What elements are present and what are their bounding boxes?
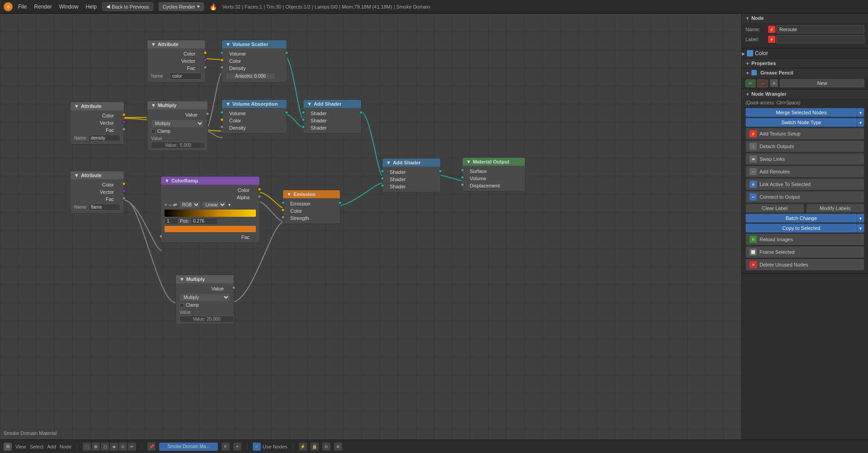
- color-row[interactable]: Color: [742, 48, 868, 58]
- batch-change-dropdown-btn[interactable]: ▾: [857, 214, 864, 223]
- material-select[interactable]: Smoke Domain Ma...: [159, 443, 218, 451]
- add-datablock-icon[interactable]: +: [233, 443, 241, 451]
- node-section-header[interactable]: Node: [742, 14, 868, 23]
- name-icon: ⚡: [768, 26, 775, 33]
- node-colorramp: ▼ ColorRamp Color Alpha + – ⇄ RGB Linear: [160, 176, 260, 243]
- use-nodes-checkbox[interactable]: ✓: [253, 443, 261, 451]
- frame-selected-btn[interactable]: ⬜ Frame Selected: [745, 246, 864, 258]
- batch-change-btn[interactable]: Batch Change: [745, 214, 857, 223]
- view-icon-4[interactable]: ◈: [110, 443, 118, 451]
- node-wrangler-header[interactable]: Node Wrangler: [742, 89, 868, 98]
- multiply-bottom-clamp-checkbox[interactable]: [179, 303, 184, 308]
- node-emission: ▼ Emission Emission Color Strength: [283, 190, 340, 224]
- merge-nodes-dropdown-btn[interactable]: ▾: [857, 108, 864, 117]
- attribute-flame-name-input[interactable]: [89, 204, 120, 210]
- snap-type-icon[interactable]: ⊙: [322, 443, 330, 451]
- switch-node-type-btn[interactable]: Switch Node Type: [745, 118, 857, 127]
- grease-pencil-header[interactable]: Grease Pencil: [742, 68, 868, 77]
- menu-help[interactable]: Help: [85, 4, 97, 10]
- render-engine-select[interactable]: Cycles Render ▾: [159, 2, 204, 11]
- view-icon-6[interactable]: ✏: [128, 443, 136, 451]
- node-wrangler-section: Node Wrangler (Quick access: Ctrl+Space)…: [742, 89, 868, 274]
- multiply-bottom-value-input[interactable]: [179, 316, 234, 322]
- node-editor-canvas[interactable]: ▼ Attribute Color Vector Fac Name: [0, 14, 741, 439]
- grease-pencil-new-btn[interactable]: New: [780, 79, 864, 87]
- proportional-icon[interactable]: ⊚: [334, 443, 342, 451]
- switch-node-type-row: Switch Node Type ▾: [745, 118, 864, 127]
- delete-unused-icon: ✕: [750, 261, 757, 268]
- anisotropy-input[interactable]: [226, 73, 275, 79]
- multiply-top-operation-select[interactable]: Multiply: [151, 119, 204, 128]
- properties-title: Properties: [751, 61, 776, 66]
- select-menu[interactable]: Select: [30, 444, 44, 449]
- node-multiply-bottom-body: Value Multiply Clamp Value: [176, 283, 234, 324]
- multiply-bottom-operation-select[interactable]: Multiply: [179, 293, 230, 302]
- attribute-color-name-input[interactable]: [170, 73, 202, 79]
- node-attribute-flame: ▼ Attribute Color Vector Fac Name: [70, 171, 124, 214]
- node-attribute-density: ▼ Attribute Color Vector Fac Name: [70, 102, 124, 145]
- node-menu[interactable]: Node: [60, 444, 71, 449]
- copy-to-selected-dropdown-btn[interactable]: ▾: [857, 224, 864, 233]
- copy-to-selected-btn[interactable]: Copy to Selected: [745, 224, 857, 233]
- colorramp-pos-input[interactable]: [191, 218, 218, 224]
- node-colorramp-header: ▼ ColorRamp: [161, 177, 259, 185]
- view-icon-3[interactable]: ◻: [101, 443, 109, 451]
- link-active-to-selected-btn[interactable]: ⚡ Link Active To Selected: [745, 178, 864, 190]
- grease-pencil-eraser-btn[interactable]: ↔: [757, 79, 768, 87]
- back-to-previous-button[interactable]: ◀ Back to Previous: [102, 2, 153, 11]
- node-group-icon[interactable]: ⚡: [299, 443, 307, 451]
- merge-selected-nodes-btn[interactable]: Merge Selected Nodes: [745, 108, 857, 117]
- color-checkbox[interactable]: [747, 50, 753, 56]
- bottombar: ⚙ View Select Add Node ⬚ ⊞ ◻ ◈ ⊙ ✏ 📌 Smo…: [0, 439, 868, 453]
- color-label: Color: [755, 50, 768, 56]
- add-reroutes-btn[interactable]: ↔ Add Reroutes: [745, 166, 864, 177]
- name-input-wrapper: ⚡: [768, 25, 864, 33]
- node-label-input[interactable]: [776, 35, 864, 43]
- node-volume-scatter: ▼ Volume Scatter Volume Color Density: [222, 40, 287, 83]
- node-add-shader-bottom-body: Shader Shader Shader: [382, 167, 440, 192]
- colorramp-stop-index[interactable]: [165, 218, 178, 224]
- menu-file[interactable]: File: [18, 4, 27, 10]
- menu-render[interactable]: Render: [34, 4, 52, 10]
- attribute-density-name-input[interactable]: [89, 135, 120, 141]
- view-icon-2[interactable]: ⊞: [92, 443, 100, 451]
- node-attribute-color: ▼ Attribute Color Vector Fac Name: [147, 40, 206, 83]
- menu-window[interactable]: Window: [59, 4, 79, 10]
- switch-node-type-dropdown-btn[interactable]: ▾: [857, 118, 864, 127]
- connect-to-output-btn[interactable]: ↩ Connect to Output: [745, 191, 864, 203]
- multiply-top-value-input[interactable]: [151, 142, 205, 149]
- grease-pencil-add-layer-btn[interactable]: +: [770, 79, 778, 87]
- pinned-icon[interactable]: 📌: [147, 443, 156, 451]
- detach-outputs-btn[interactable]: ↕ Detach Outputs: [745, 140, 864, 152]
- add-texture-setup-btn[interactable]: ⚡ Add Texture Setup: [745, 128, 864, 140]
- node-name-input[interactable]: [776, 25, 864, 33]
- reload-images-btn[interactable]: ↻ Reload Images: [745, 234, 864, 245]
- blender-icon[interactable]: ⚙: [4, 2, 13, 11]
- add-menu[interactable]: Add: [47, 444, 56, 449]
- node-volume-absorption-body: Volume Color Density: [222, 108, 287, 133]
- view-menu[interactable]: View: [15, 444, 26, 449]
- view-icon-1[interactable]: ⬚: [83, 443, 91, 451]
- grease-pencil-tools: ✏ ↔ + New: [742, 77, 868, 89]
- colorramp-color-preview[interactable]: [165, 226, 256, 232]
- svg-text:⚙: ⚙: [7, 5, 10, 9]
- grease-pencil-checkbox[interactable]: [751, 70, 757, 75]
- delete-unused-nodes-btn[interactable]: ✕ Delete Unused Nodes: [745, 259, 864, 271]
- clear-label-btn[interactable]: Clear Label: [745, 204, 804, 213]
- properties-header[interactable]: Properties: [742, 59, 868, 68]
- node-add-shader-top-header: ▼ Add Shader: [303, 100, 361, 108]
- label-buttons-row: Clear Label Modify Labels: [745, 204, 864, 213]
- swap-links-btn[interactable]: ⇄ Swap Links: [745, 153, 864, 165]
- node-attribute-flame-header: ▼ Attribute: [71, 171, 124, 179]
- node-attribute-density-body: Color Vector Fac Name: [71, 110, 124, 144]
- multiply-top-clamp-checkbox[interactable]: [151, 129, 156, 134]
- fake-user-icon[interactable]: F: [222, 443, 230, 451]
- colorramp-mode-select[interactable]: RGB: [179, 201, 200, 209]
- grease-pencil-draw-btn[interactable]: ✏: [745, 79, 755, 87]
- colorramp-interp-select[interactable]: Linear: [202, 201, 226, 209]
- colorramp-gradient[interactable]: [165, 210, 256, 217]
- snap-icon[interactable]: 🔒: [311, 443, 319, 451]
- view-icon-5[interactable]: ⊙: [119, 443, 127, 451]
- modify-labels-btn[interactable]: Modify Labels: [806, 204, 865, 213]
- editor-type-icon[interactable]: ⚙: [4, 443, 12, 451]
